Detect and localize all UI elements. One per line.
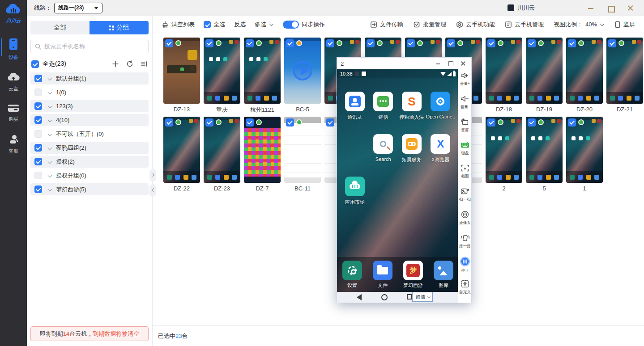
device-thumbnail[interactable] bbox=[284, 38, 321, 104]
keyboard-button[interactable]: 键盘 bbox=[460, 140, 470, 164]
group-row[interactable]: 授权分组(0) bbox=[30, 169, 149, 181]
device-thumbnail[interactable] bbox=[163, 38, 200, 104]
device-card[interactable]: DZ-21 bbox=[606, 38, 643, 113]
device-thumbnail[interactable] bbox=[163, 117, 200, 183]
device-card[interactable]: 重庆 bbox=[204, 38, 240, 113]
chevron-down-icon[interactable] bbox=[47, 187, 53, 192]
device-checkbox[interactable] bbox=[568, 118, 576, 127]
tab-groups[interactable]: 分组 bbox=[90, 21, 149, 34]
device-checkbox[interactable] bbox=[367, 39, 375, 47]
group-checkbox[interactable] bbox=[34, 130, 42, 138]
app-x-browser[interactable]: X X浏览器 bbox=[426, 134, 455, 163]
device-thumbnail[interactable] bbox=[204, 38, 240, 104]
dock-files[interactable]: 文件 bbox=[367, 261, 398, 292]
dock-menghuan-game[interactable]: 梦 梦幻西游 bbox=[398, 261, 428, 292]
device-card[interactable]: 杭州1121 bbox=[244, 38, 281, 113]
back-button[interactable] bbox=[357, 294, 362, 300]
customize-button[interactable]: 自定义 bbox=[458, 279, 472, 303]
device-checkbox[interactable] bbox=[447, 39, 455, 47]
device-thumbnail[interactable] bbox=[284, 117, 321, 183]
chevron-down-icon[interactable] bbox=[47, 104, 53, 109]
app-market[interactable]: 应用市场 bbox=[341, 177, 369, 206]
view-scale-control[interactable]: 视图比例： 40% bbox=[554, 21, 605, 29]
sidebar-item-cloud-disk[interactable]: 云盘 bbox=[0, 72, 27, 92]
device-thumbnail[interactable] bbox=[486, 38, 522, 104]
phone-maximize-button[interactable] bbox=[446, 59, 455, 68]
group-checkbox[interactable] bbox=[34, 75, 42, 82]
select-all-checkbox[interactable] bbox=[31, 60, 39, 68]
group-checkbox[interactable] bbox=[34, 116, 42, 124]
app-sogou-input[interactable]: S 搜狗输入法 bbox=[397, 92, 426, 121]
device-checkbox[interactable] bbox=[286, 118, 294, 127]
device-thumbnail[interactable] bbox=[566, 38, 603, 104]
group-row[interactable]: 梦幻西游(5) bbox=[30, 183, 149, 195]
device-checkbox[interactable] bbox=[568, 39, 576, 47]
collapse-list-button[interactable] bbox=[141, 60, 148, 68]
device-checkbox[interactable] bbox=[528, 118, 536, 127]
app-sms[interactable]: 短信 bbox=[369, 92, 398, 121]
camera-button[interactable]: 摄像头 bbox=[458, 210, 472, 233]
search-input[interactable]: 搜索云手机名称 bbox=[30, 40, 149, 53]
device-checkbox[interactable] bbox=[326, 118, 334, 127]
select-all-checkbox[interactable] bbox=[204, 21, 211, 28]
rotate-screen-button[interactable]: 竖屏 bbox=[460, 118, 470, 141]
volume-up-button[interactable]: 音量+ bbox=[459, 71, 471, 94]
app-search[interactable]: Search bbox=[369, 134, 398, 163]
batch-manage-button[interactable]: 批量管理 bbox=[413, 21, 446, 29]
device-checkbox[interactable] bbox=[165, 118, 173, 127]
chevron-down-icon[interactable] bbox=[47, 76, 53, 81]
device-thumbnail[interactable] bbox=[526, 117, 563, 183]
device-checkbox[interactable] bbox=[326, 39, 334, 47]
device-card[interactable]: DZ-23 bbox=[204, 117, 240, 192]
device-checkbox[interactable] bbox=[165, 39, 173, 47]
phone-screen[interactable]: 10:38 通讯录 短信 bbox=[337, 69, 459, 303]
group-row[interactable]: 授权(2) bbox=[30, 156, 149, 168]
device-thumbnail[interactable] bbox=[244, 117, 281, 183]
refresh-button[interactable] bbox=[126, 60, 133, 68]
device-checkbox[interactable] bbox=[246, 118, 254, 127]
device-card[interactable]: DZ-20 bbox=[566, 38, 603, 113]
sidebar-item-purchase[interactable]: 购买 bbox=[0, 104, 27, 122]
group-checkbox[interactable] bbox=[34, 102, 42, 110]
chevron-down-icon[interactable] bbox=[47, 173, 53, 178]
clear-list-button[interactable]: 清空列表 bbox=[162, 21, 195, 29]
tab-all[interactable]: 全部 bbox=[30, 21, 90, 34]
group-checkbox[interactable] bbox=[34, 158, 42, 165]
device-checkbox[interactable] bbox=[205, 39, 213, 47]
group-row[interactable]: 123(3) bbox=[30, 100, 149, 112]
chevron-down-icon[interactable] bbox=[47, 145, 53, 151]
device-thumbnail[interactable] bbox=[486, 117, 522, 183]
group-row[interactable]: 夜鸦四组(2) bbox=[30, 142, 149, 154]
minimize-button[interactable] bbox=[584, 3, 597, 13]
panel-collapse-handle[interactable] bbox=[149, 184, 156, 197]
shake-button[interactable]: 摇一摇 bbox=[458, 233, 472, 257]
maximize-button[interactable] bbox=[604, 3, 617, 13]
chevron-down-icon[interactable] bbox=[47, 159, 53, 165]
device-card[interactable]: DZ-19 bbox=[526, 38, 563, 113]
phone-window-titlebar[interactable]: 2 bbox=[337, 58, 471, 69]
stop-button[interactable]: 停止 bbox=[460, 256, 470, 279]
chevron-down-icon[interactable] bbox=[47, 90, 53, 95]
home-button[interactable] bbox=[381, 294, 388, 300]
group-checkbox[interactable] bbox=[34, 172, 42, 179]
device-checkbox[interactable] bbox=[246, 39, 254, 47]
device-checkbox[interactable] bbox=[608, 39, 616, 47]
device-card[interactable]: DZ-13 bbox=[163, 38, 200, 113]
chevron-down-icon[interactable] bbox=[47, 118, 53, 123]
device-checkbox[interactable] bbox=[487, 39, 495, 47]
close-button[interactable] bbox=[623, 3, 637, 13]
add-group-button[interactable] bbox=[112, 60, 119, 68]
recents-button[interactable] bbox=[407, 294, 412, 300]
device-checkbox[interactable] bbox=[205, 118, 213, 127]
device-card[interactable]: DZ-22 bbox=[163, 117, 200, 192]
volume-down-button[interactable]: 音量- bbox=[460, 94, 470, 118]
device-checkbox[interactable] bbox=[286, 39, 294, 47]
device-thumbnail[interactable] bbox=[204, 117, 240, 183]
phone-close-button[interactable] bbox=[459, 59, 468, 68]
quality-badge[interactable]: 超清 bbox=[412, 292, 433, 302]
app-extension-service[interactable]: 拓展服务 bbox=[397, 134, 426, 163]
chevron-down-icon[interactable] bbox=[47, 131, 53, 137]
device-card[interactable]: 1 bbox=[566, 117, 603, 192]
device-checkbox[interactable] bbox=[487, 118, 495, 127]
device-card[interactable]: 5 bbox=[526, 117, 563, 192]
